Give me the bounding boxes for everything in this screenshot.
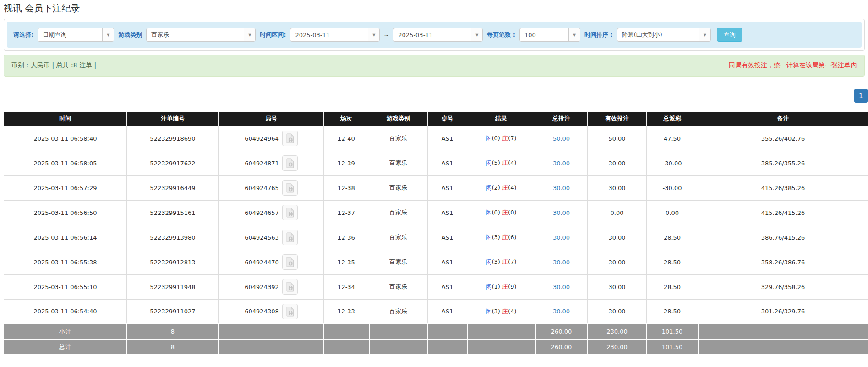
banker-result-value: (6) [508,234,516,241]
pagination-page-1-button[interactable]: 1 [854,89,868,103]
time-cell: 2025-03-11 06:58:05 [4,151,127,175]
video-replay-button[interactable] [282,304,298,319]
total-bet-link[interactable]: 30.00 [553,234,570,241]
total-bet-link[interactable]: 30.00 [553,259,570,266]
game-type-value: 百家乐 [147,28,244,41]
player-result-label: 闲 [486,308,492,315]
game-type-cell: 百家乐 [369,250,428,274]
valid-bet-cell: 30.00 [588,250,647,274]
total-bet-link[interactable]: 50.00 [553,135,570,142]
header-result: 结果 [467,112,535,126]
bet-id-cell: 522329911948 [127,274,219,299]
page-size-select[interactable]: 100 ▼ [519,28,580,42]
valid-bet-cell: 30.00 [588,274,647,299]
date-to-select[interactable]: 2025-03-11 ▼ [393,28,483,42]
payout-cell: -30.00 [647,151,698,175]
subtotal-row: 小计 8 260.00 230.00 101.50 [4,324,868,339]
empty-cell [698,324,868,339]
banker-result-value: (0) [508,209,516,216]
header-total-bet: 总投注 [535,112,588,126]
game-type-select[interactable]: 百家乐 ▼ [146,28,256,42]
header-game-type: 游戏类别 [369,112,428,126]
valid-bet-cell: 30.00 [588,175,647,200]
table-no-cell: AS1 [428,151,467,175]
video-replay-button[interactable] [282,131,298,146]
total-bet-link[interactable]: 30.00 [553,284,570,290]
total-bet-cell: 30.00 [535,200,588,225]
header-payout: 总派彩 [647,112,698,126]
video-file-icon [285,208,295,218]
header-bet-id: 注单编号 [127,112,219,126]
subtotal-count: 8 [127,324,219,339]
total-bet-link[interactable]: 30.00 [553,209,570,216]
video-replay-button[interactable] [282,230,298,245]
chevron-down-icon: ▼ [471,28,482,41]
table-no-cell: AS1 [428,274,467,299]
total-count: 8 [127,339,219,354]
subtotal-valid-bet: 230.00 [588,324,647,339]
query-type-select[interactable]: 日期查询 ▼ [38,28,114,42]
video-replay-button[interactable] [282,205,298,220]
empty-cell [467,324,535,339]
total-bet-link[interactable]: 30.00 [553,308,570,315]
subtotal-label: 小计 [4,324,127,339]
header-time: 时间 [4,112,127,126]
page-size-label: 每页笔数 : [487,31,515,39]
filter-panel: 请选择: 日期查询 ▼ 游戏类别 百家乐 ▼ 时间区间: 2025-03-11 … [4,19,865,51]
total-bet-link[interactable]: 30.00 [553,185,570,192]
video-replay-button[interactable] [282,279,298,295]
date-from-select[interactable]: 2025-03-11 ▼ [290,28,380,42]
round-id-cell: 604924392 [219,274,324,299]
table-no-cell: AS1 [428,175,467,200]
banker-result-label: 庄 [502,184,508,191]
banker-result-label: 庄 [502,308,508,315]
empty-cell [428,324,467,339]
round-id-cell: 604924563 [219,225,324,250]
video-file-icon [285,183,295,193]
header-table-no: 桌号 [428,112,467,126]
result-cell: 闲(0) 庄(0) [467,200,535,225]
round-id-cell: 604924308 [219,299,324,324]
banker-result-label: 庄 [502,209,508,216]
game-type-cell: 百家乐 [369,151,428,175]
remark-cell: 386.76/415.26 [698,225,868,250]
video-replay-button[interactable] [282,155,298,171]
bet-records-table: 时间 注单编号 局号 场次 游戏类别 桌号 结果 总投注 有效投注 总派彩 备注… [4,112,868,354]
total-bet-cell: 30.00 [535,225,588,250]
time-cell: 2025-03-11 06:55:38 [4,250,127,274]
pagination: 1 [0,89,868,103]
chevron-down-icon: ▼ [368,28,379,41]
session-cell: 12-35 [324,250,369,274]
empty-cell [219,324,324,339]
search-button[interactable]: 查询 [717,28,742,42]
table-row: 2025-03-11 06:57:29 522329916449 6049247… [4,175,868,200]
video-file-icon [285,307,295,317]
time-range-label: 时间区间: [260,31,286,39]
filter-bar: 请选择: 日期查询 ▼ 游戏类别 百家乐 ▼ 时间区间: 2025-03-11 … [7,22,862,48]
valid-bet-notice-text: 同局有效投注，统一计算在该局第一张注单内 [729,61,857,70]
total-bet-cell: 30.00 [535,299,588,324]
video-replay-button[interactable] [282,254,298,270]
valid-bet-cell: 50.00 [588,126,647,151]
time-sort-label: 时间排序 : [584,31,613,39]
time-cell: 2025-03-11 06:54:40 [4,299,127,324]
total-bet-link[interactable]: 30.00 [553,160,570,167]
player-result-label: 闲 [486,234,492,241]
video-replay-button[interactable] [282,180,298,196]
remark-cell: 385.26/355.26 [698,151,868,175]
round-id-text: 604924470 [245,259,278,266]
banker-result-value: (9) [508,283,516,290]
video-file-icon [285,257,295,267]
video-file-icon [285,133,295,143]
banker-result-label: 庄 [502,234,508,241]
summary-bar: 币别：人民币 | 总共 :8 注单 | 同局有效投注，统一计算在该局第一张注单内 [4,55,865,77]
bet-id-cell: 522329915161 [127,200,219,225]
payout-cell: 28.50 [647,250,698,274]
session-cell: 12-36 [324,225,369,250]
table-row: 2025-03-11 06:54:40 522329911027 6049243… [4,299,868,324]
session-cell: 12-37 [324,200,369,225]
header-round-id: 局号 [219,112,324,126]
bet-id-cell: 522329916449 [127,175,219,200]
time-sort-select[interactable]: 降冪(由大到小) ▼ [617,28,711,42]
game-type-cell: 百家乐 [369,225,428,250]
